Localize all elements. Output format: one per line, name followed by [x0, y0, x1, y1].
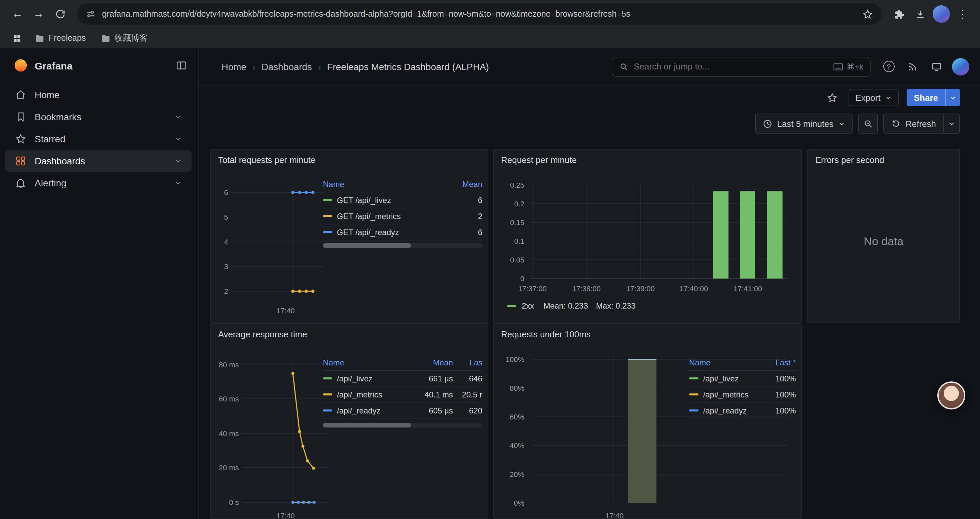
time-range-label: Last 5 minutes — [777, 118, 834, 129]
search-input[interactable] — [634, 61, 828, 72]
sidebar-item-bookmarks[interactable]: Bookmarks — [5, 106, 191, 128]
chevron-down-icon — [838, 120, 846, 127]
y-tick: 20% — [494, 470, 524, 478]
series-color-green — [323, 377, 332, 379]
panel-title[interactable]: Errors per second — [808, 150, 959, 170]
legend-row: /api/_metrics 40.1 ms 20.5 r — [323, 387, 482, 403]
browser-menu-button[interactable]: ⋮ — [952, 3, 973, 25]
refresh-icon — [892, 119, 901, 128]
panel-title[interactable]: Requests under 100ms — [494, 324, 801, 345]
puzzle-icon — [893, 8, 904, 20]
export-button[interactable]: Export — [849, 89, 899, 106]
legend-table: Name Last * /api/_livez 100% /api/_metri… — [689, 355, 796, 419]
user-menu-button[interactable] — [952, 58, 969, 75]
search-shortcut: ⌘+k — [833, 62, 863, 71]
folder-icon — [100, 33, 110, 43]
refresh-interval-button[interactable] — [944, 113, 960, 134]
breadcrumb-home[interactable]: Home — [221, 61, 247, 72]
series-name[interactable]: /api/_readyz — [689, 406, 761, 415]
folder-icon — [35, 33, 45, 43]
series-max: Max: 0.233 — [596, 301, 636, 311]
sidebar-item-starred[interactable]: Starred — [5, 128, 191, 150]
page-header: Home › Dashboards › Freeleaps Metrics Da… — [199, 48, 980, 86]
refresh-button[interactable]: Refresh — [884, 113, 944, 134]
series-last: 20.5 r — [453, 390, 482, 399]
timeseries-chart — [242, 361, 328, 505]
breadcrumb-dashboards[interactable]: Dashboards — [261, 61, 312, 72]
chevron-down-icon[interactable] — [174, 135, 182, 143]
rss-icon — [907, 61, 918, 72]
panel-title[interactable]: Average response time — [211, 324, 488, 345]
series-color-blue — [689, 409, 698, 412]
extensions-button[interactable] — [888, 3, 909, 25]
chevron-down-icon[interactable] — [174, 113, 182, 121]
legend-header-name[interactable]: Name — [689, 358, 761, 367]
scrollbar-thumb[interactable] — [323, 243, 411, 248]
series-name[interactable]: GET /api/_readyz — [323, 227, 450, 237]
bookmark-star-icon[interactable] — [862, 8, 873, 20]
panel-title[interactable]: Request per minute — [494, 150, 801, 170]
help-button[interactable]: ? — [880, 58, 897, 75]
zoom-out-button[interactable] — [858, 113, 878, 134]
chevron-down-icon[interactable] — [174, 179, 182, 187]
apps-grid-icon — [12, 33, 22, 43]
sidebar-item-alerting[interactable]: Alerting — [5, 172, 191, 194]
display-button[interactable] — [928, 58, 945, 75]
sidebar-item-home[interactable]: Home — [5, 84, 191, 105]
panel-total-requests-per-minute: Total requests per minute 6 5 4 3 2 17:4… — [210, 149, 488, 323]
legend-header-last[interactable]: Las — [453, 358, 482, 367]
site-info-icon[interactable] — [85, 9, 96, 19]
y-tick: 0.05 — [494, 256, 524, 264]
bookmark-folder-blogs[interactable]: 收藏博客 — [95, 30, 153, 46]
back-button[interactable]: ← — [7, 3, 28, 25]
address-bar[interactable]: grafana.mathmast.com/d/deytv4rwavabkb/fr… — [77, 3, 881, 25]
assistant-avatar-widget[interactable] — [937, 382, 965, 409]
series-name[interactable]: GET /api/_metrics — [323, 211, 450, 221]
y-tick: 80% — [494, 384, 524, 392]
legend-table: Name Mean GET /api/_livez 6 GET /api/_me… — [323, 176, 482, 241]
panel-title[interactable]: Total requests per minute — [211, 150, 488, 170]
series-name[interactable]: /api/_metrics — [689, 390, 761, 399]
bookmark-icon — [15, 111, 27, 123]
sidebar-item-dashboards[interactable]: Dashboards — [5, 150, 191, 172]
x-tick: 17:39:00 — [620, 284, 660, 292]
series-name[interactable]: 2xx — [522, 301, 534, 311]
legend-header-mean[interactable]: Mean — [450, 179, 482, 189]
sidebar-item-label: Bookmarks — [35, 112, 81, 122]
forward-button[interactable]: → — [28, 3, 49, 25]
downloads-button[interactable] — [909, 3, 931, 25]
series-last: 100% — [761, 374, 796, 383]
legend-header-name[interactable]: Name — [323, 358, 410, 367]
legend-header-last[interactable]: Last * — [761, 358, 796, 367]
legend-header-mean[interactable]: Mean — [410, 358, 453, 367]
time-range-picker[interactable]: Last 5 minutes — [755, 113, 853, 134]
series-mean: 605 µs — [410, 406, 453, 415]
series-name[interactable]: /api/_readyz — [323, 406, 410, 415]
bookmark-folder-freeleaps[interactable]: Freeleaps — [29, 31, 91, 45]
sidebar-nav: Home Bookmarks Starred Dashboards — [0, 83, 198, 194]
series-color-yellow — [323, 393, 332, 395]
reload-button[interactable] — [49, 3, 71, 25]
favorite-dashboard-button[interactable] — [824, 89, 841, 106]
series-name[interactable]: /api/_livez — [689, 374, 761, 383]
user-avatar — [952, 58, 969, 75]
profile-button[interactable] — [931, 3, 952, 25]
url-text[interactable]: grafana.mathmast.com/d/deytv4rwavabkb/fr… — [102, 10, 856, 19]
legend-scrollbar[interactable] — [323, 243, 482, 248]
sidebar-collapse-icon[interactable] — [175, 59, 188, 72]
news-button[interactable] — [904, 58, 921, 75]
legend-header-name[interactable]: Name — [323, 179, 450, 189]
apps-grid-button[interactable] — [8, 30, 25, 46]
chevron-down-icon[interactable] — [174, 157, 182, 165]
scrollbar-thumb[interactable] — [323, 423, 411, 428]
series-name[interactable]: GET /api/_livez — [323, 195, 450, 205]
search-box[interactable]: ⌘+k — [612, 56, 870, 77]
share-menu-button[interactable] — [945, 89, 960, 106]
series-name[interactable]: /api/_livez — [323, 374, 410, 383]
browser-toolbar: ← → grafana.mathmast.com/d/deytv4rwavabk… — [0, 0, 980, 28]
legend-scrollbar[interactable] — [323, 423, 482, 428]
y-tick: 100% — [494, 355, 524, 363]
series-name[interactable]: /api/_metrics — [323, 390, 410, 399]
share-button[interactable]: Share — [907, 89, 945, 106]
y-tick: 3 — [212, 262, 228, 270]
